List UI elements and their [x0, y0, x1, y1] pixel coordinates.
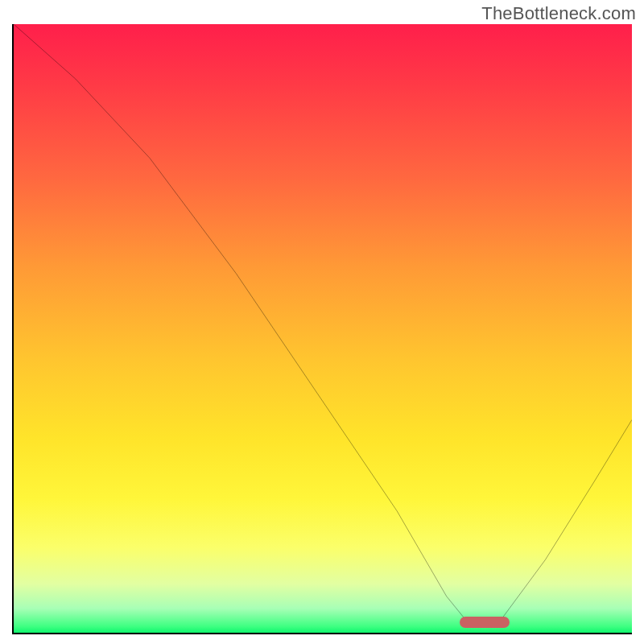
bottleneck-curve	[14, 24, 632, 633]
chart-canvas: TheBottleneck.com	[0, 0, 644, 644]
watermark-label: TheBottleneck.com	[481, 3, 636, 24]
optimal-range-marker	[460, 617, 510, 628]
plot-area	[12, 24, 632, 634]
